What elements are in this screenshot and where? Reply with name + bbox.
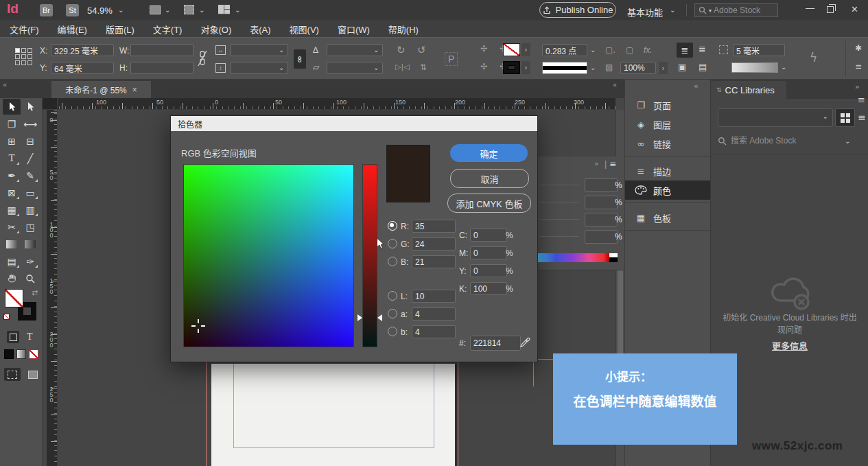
gradient-chevron-icon[interactable]: ⌄ [781, 63, 786, 71]
x-input[interactable] [51, 44, 114, 56]
align-center-content2-icon[interactable]: ✣ [480, 62, 487, 71]
line-tool[interactable]: ╱ [21, 150, 39, 166]
ruler-corner[interactable] [43, 98, 58, 110]
color-slider[interactable] [362, 164, 377, 347]
type-tool[interactable]: T [3, 150, 21, 166]
constrain-proportions-icon[interactable] [198, 49, 207, 67]
note-tool[interactable]: ▤ [3, 253, 21, 269]
ok-button[interactable]: 确定 [450, 144, 528, 162]
menu-object[interactable]: 对象(O) [200, 23, 231, 36]
workspace-chevron-icon[interactable]: ⌄ [670, 6, 675, 14]
corner-options-icon[interactable]: ▢. [605, 45, 615, 55]
dock-item-stroke[interactable]: ≡描边 [625, 161, 711, 180]
default-fill-stroke-icon[interactable] [3, 314, 10, 320]
wrap-object-icon[interactable]: ▣ [678, 62, 686, 72]
swap-fill-stroke-icon[interactable]: ⇄ [32, 288, 38, 297]
apply-gradient-button[interactable] [16, 349, 26, 359]
menu-window[interactable]: 窗口(W) [338, 23, 370, 36]
dock-item-swatches[interactable]: ▦色板 [625, 208, 711, 227]
document-tab[interactable]: 未命名-1 @ 55% × [51, 81, 151, 98]
view-options-chevron-icon[interactable]: ⌄ [165, 6, 170, 14]
eyedropper-tool[interactable]: ✑ [21, 253, 39, 269]
stroke-weight-input[interactable] [542, 44, 587, 56]
y-input[interactable] [51, 62, 114, 74]
zoom-level-chevron-icon[interactable]: ⌄ [118, 6, 124, 14]
menu-table[interactable]: 表(A) [250, 23, 270, 36]
g-radio[interactable] [388, 239, 397, 248]
fill-flyout-button[interactable]: › [521, 43, 530, 56]
vertical-ruler[interactable]: 0 50 100 150 200 250 [47, 110, 58, 466]
opacity-flyout-button[interactable]: › [659, 62, 668, 74]
apply-none-button[interactable] [29, 349, 38, 359]
dock-item-pages[interactable]: ❐页面 [625, 95, 711, 115]
arrange-documents-chevron-icon[interactable]: ⌄ [235, 6, 240, 14]
effects-icon[interactable]: fx. [644, 45, 653, 55]
h-input[interactable] [130, 62, 193, 74]
dialog-title-bar[interactable]: 拾色器 [171, 116, 537, 131]
page-tool[interactable]: ❐ [3, 116, 21, 132]
cc-collapse-icon[interactable]: » [855, 82, 860, 91]
selection-tool[interactable] [3, 99, 21, 115]
gradient-tool[interactable] [3, 236, 21, 252]
zoom-tool[interactable] [21, 270, 39, 286]
cpanel-gear-icon[interactable]: ✱ [855, 43, 862, 53]
rotate-cw-icon[interactable]: ↻ [397, 44, 406, 56]
b-input[interactable] [412, 255, 456, 268]
view-options-icon[interactable] [150, 5, 161, 14]
gap-tool[interactable]: ⟷ [21, 116, 39, 132]
yellow-field[interactable] [585, 213, 618, 226]
dock-collapse-icon[interactable]: « [694, 82, 699, 91]
minimize-button[interactable]: — [806, 3, 814, 13]
cmyk-slider-track[interactable] [539, 219, 579, 220]
menu-edit[interactable]: 编辑(E) [58, 23, 87, 36]
screen-mode-icon[interactable] [184, 5, 194, 14]
shear-chevron-icon[interactable]: ⌄ [373, 64, 379, 71]
search-scope-chevron-icon[interactable]: ▾ [709, 8, 712, 14]
scrollbar-thumb[interactable] [618, 262, 623, 358]
hand-tool[interactable] [3, 270, 21, 286]
m-input[interactable] [470, 246, 507, 259]
corner-shape-icon[interactable]: ▢ [626, 45, 633, 55]
wrap-bounding-icon[interactable]: ≣ [699, 44, 706, 54]
pencil-tool[interactable]: ✎ [21, 167, 39, 183]
stock-search-input[interactable] [714, 5, 771, 15]
fill-swatch-none[interactable] [503, 43, 520, 56]
dock-item-links[interactable]: ∞链接 [625, 134, 711, 153]
a-radio[interactable] [388, 309, 397, 318]
formatting-text-button[interactable]: T [27, 331, 33, 342]
scale-y-chevron-icon[interactable]: ⌄ [279, 64, 284, 71]
direct-selection-tool[interactable] [21, 99, 39, 115]
quick-apply-icon[interactable]: ϟ [810, 51, 817, 65]
l-radio[interactable] [388, 291, 397, 301]
y-cmyk-input[interactable] [470, 264, 507, 277]
content-collector-tool[interactable]: ⊞ [3, 133, 21, 149]
stock-button[interactable]: St [66, 4, 79, 16]
menu-help[interactable]: 帮助(H) [388, 23, 419, 36]
select-container-icon[interactable]: P [445, 52, 458, 66]
magenta-field[interactable] [585, 196, 618, 209]
menu-type[interactable]: 文字(T) [153, 23, 183, 36]
tool-fill-swatch-none[interactable] [5, 289, 23, 307]
stroke-swatch[interactable] [503, 61, 520, 74]
normal-view-mode-button[interactable] [4, 368, 21, 381]
color-column-collapse-icon[interactable]: « [613, 81, 617, 89]
color-field[interactable] [183, 164, 354, 347]
cc-menu-icon[interactable]: ≡ [858, 95, 865, 105]
black-field[interactable] [585, 230, 618, 244]
hex-eyedropper-icon[interactable] [519, 336, 531, 348]
apply-color-button[interactable] [4, 349, 14, 359]
vertical-grid-tool[interactable]: ▥ [21, 202, 39, 218]
workspace-switcher[interactable]: 基本功能 [627, 5, 663, 19]
lab-b-radio[interactable] [388, 327, 397, 336]
cc-search-chevron-icon[interactable]: ⌄ [845, 137, 850, 145]
a-input[interactable] [412, 307, 456, 321]
scale-x-chevron-icon[interactable]: ⌄ [279, 46, 284, 54]
menu-file[interactable]: 文件(F) [10, 23, 39, 36]
horizontal-ruler[interactable]: 100 50 0 50 100 150 200 250 300 [58, 98, 615, 110]
gradient-swatch-dropdown[interactable] [731, 62, 778, 73]
cyan-field[interactable] [585, 178, 618, 192]
spectrum-black-swatch[interactable] [609, 257, 618, 262]
cc-libraries-tab[interactable]: ⇅ CC Libraries [711, 81, 786, 99]
slider-marker-right[interactable] [377, 314, 382, 321]
stroke-style-chevron-icon[interactable]: ⌄ [590, 64, 596, 71]
